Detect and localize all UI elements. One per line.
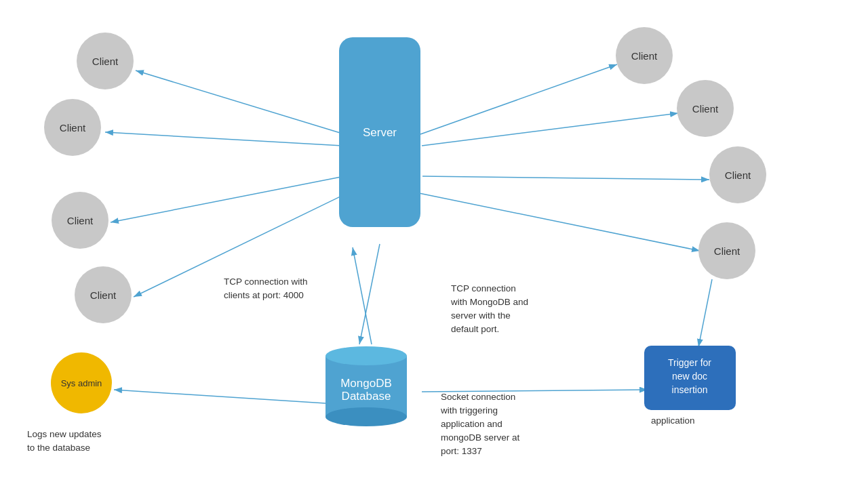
- trigger-label1: Trigger for: [668, 357, 711, 368]
- client-mr-label: Client: [692, 103, 719, 115]
- line-server-client-tr: [420, 64, 617, 134]
- annotation-socket1: Socket connection: [441, 392, 515, 402]
- mongodb-label: MongoDB: [340, 377, 392, 390]
- server-label: Server: [363, 126, 397, 139]
- client-ml-label: Client: [60, 122, 86, 134]
- mongodb-top: [326, 346, 407, 365]
- annotation-tcp-left: TCP connection with: [224, 277, 308, 287]
- annotation-socket2: with triggering: [440, 405, 498, 415]
- annotation-tcp-right1: TCP connection: [451, 283, 516, 293]
- architecture-diagram: Server MongoDB Database Trigger for new …: [0, 0, 868, 488]
- line-mongodb-sysadmin: [114, 390, 326, 403]
- client-br-label: Client: [714, 245, 741, 257]
- line-server-client-ml: [105, 132, 342, 146]
- line-server-mongodb-down: [359, 244, 380, 344]
- client-bmr-label: Client: [725, 169, 751, 181]
- client-tr-label: Client: [631, 50, 658, 62]
- line-client-br-trigger: [698, 279, 712, 347]
- mongodb-bottom: [326, 407, 407, 426]
- line-server-client-tl: [136, 70, 344, 134]
- annotation-socket4: mongoDB server at: [441, 432, 520, 443]
- sysadmin-label: Sys admin: [61, 378, 102, 388]
- annotation-tcp-right2: with MongoDB and: [450, 297, 528, 307]
- annotation-logs1: Logs new updates: [27, 429, 102, 439]
- annotation-logs2: to the database: [27, 443, 90, 453]
- trigger-label3: insertion: [672, 384, 708, 395]
- annotation-socket5: port: 1337: [441, 446, 482, 456]
- annotation-tcp-left2: clients at port: 4000: [224, 290, 304, 300]
- client-bbl-label: Client: [90, 289, 117, 301]
- line-server-client-bmr: [422, 176, 709, 180]
- trigger-label2: new doc: [672, 371, 707, 382]
- annotation-application: application: [651, 415, 695, 426]
- mongodb-label2: Database: [342, 390, 391, 403]
- client-tl-label: Client: [92, 56, 119, 67]
- line-server-client-bl: [111, 176, 344, 222]
- annotation-tcp-right3: server with the: [451, 310, 511, 321]
- line-server-client-mr: [422, 113, 678, 146]
- client-bl-label: Client: [67, 215, 94, 226]
- annotation-socket3: application and: [441, 419, 502, 429]
- annotation-tcp-right4: default port.: [451, 324, 499, 334]
- line-server-client-br: [419, 193, 700, 251]
